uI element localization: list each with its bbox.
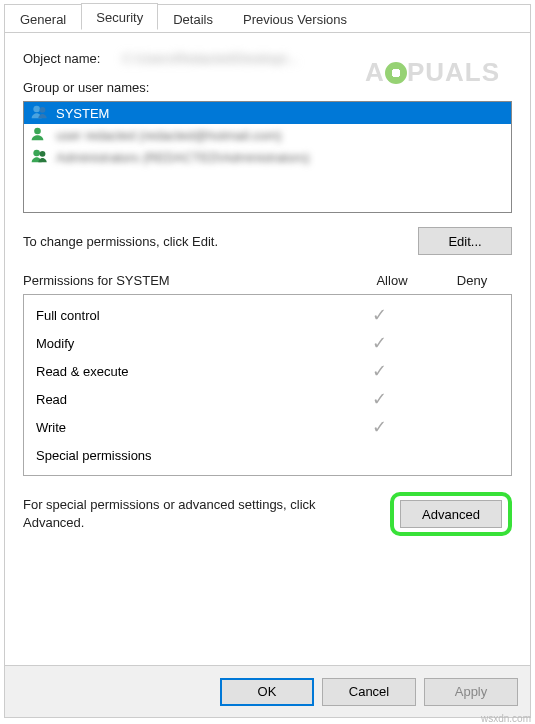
permission-row: Read ✓	[24, 385, 511, 413]
group-users-listbox[interactable]: SYSTEM user redacted (redacted@hotmail.c…	[23, 101, 512, 213]
svg-point-1	[40, 107, 46, 113]
user-icon	[30, 126, 50, 144]
permissions-header: Permissions for SYSTEM Allow Deny	[23, 273, 512, 288]
permissions-listbox: Full control ✓ Modify ✓ Read & execute ✓…	[23, 294, 512, 476]
permission-row: Write ✓	[24, 413, 511, 441]
users-icon	[30, 148, 50, 166]
svg-point-3	[33, 150, 40, 157]
permission-row: Special permissions	[24, 441, 511, 469]
permission-name: Modify	[36, 336, 339, 351]
advanced-button[interactable]: Advanced	[400, 500, 502, 528]
users-icon	[30, 104, 50, 122]
permission-row: Full control ✓	[24, 301, 511, 329]
object-name-label: Object name:	[23, 51, 100, 66]
apply-button: Apply	[424, 678, 518, 706]
tab-details[interactable]: Details	[158, 6, 228, 33]
svg-point-2	[34, 128, 41, 135]
permission-row: Read & execute ✓	[24, 357, 511, 385]
allow-check-icon: ✓	[339, 416, 419, 438]
allow-check-icon: ✓	[339, 332, 419, 354]
edit-row: To change permissions, click Edit. Edit.…	[23, 227, 512, 255]
ok-button[interactable]: OK	[220, 678, 314, 706]
deny-column-header: Deny	[432, 273, 512, 288]
list-item-system[interactable]: SYSTEM	[24, 102, 511, 124]
properties-dialog: General Security Details Previous Versio…	[4, 4, 531, 718]
edit-button[interactable]: Edit...	[418, 227, 512, 255]
appuals-logo-icon	[385, 62, 407, 84]
advanced-highlight: Advanced	[390, 492, 512, 536]
tab-general[interactable]: General	[5, 6, 81, 33]
watermark-logo: APUALS	[365, 57, 500, 88]
permission-name: Special permissions	[36, 448, 339, 463]
list-item-label: SYSTEM	[56, 106, 109, 121]
permission-name: Write	[36, 420, 339, 435]
dialog-button-bar: OK Cancel Apply	[5, 665, 530, 717]
list-item-label: Administrators (REDACTED\Administrators)	[56, 150, 310, 165]
advanced-row: For special permissions or advanced sett…	[23, 492, 512, 536]
svg-point-0	[33, 106, 40, 113]
advanced-hint-label: For special permissions or advanced sett…	[23, 496, 378, 532]
list-item-label: user redacted (redacted@hotmail.com)	[56, 128, 282, 143]
permission-name: Read & execute	[36, 364, 339, 379]
svg-point-4	[40, 151, 46, 157]
permission-name: Full control	[36, 308, 339, 323]
allow-check-icon: ✓	[339, 304, 419, 326]
permission-name: Read	[36, 392, 339, 407]
object-name-value: C:\Users\Redacted\Desktop\...	[122, 51, 298, 66]
edit-hint-label: To change permissions, click Edit.	[23, 234, 408, 249]
allow-check-icon: ✓	[339, 388, 419, 410]
allow-column-header: Allow	[352, 273, 432, 288]
permissions-for-label: Permissions for SYSTEM	[23, 273, 352, 288]
tab-security[interactable]: Security	[81, 3, 158, 30]
tab-previous-versions[interactable]: Previous Versions	[228, 6, 362, 33]
source-watermark: wsxdn.com	[481, 713, 531, 724]
cancel-button[interactable]: Cancel	[322, 678, 416, 706]
permission-row: Modify ✓	[24, 329, 511, 357]
list-item-administrators[interactable]: Administrators (REDACTED\Administrators)	[24, 146, 511, 168]
allow-check-icon: ✓	[339, 360, 419, 382]
security-tab-content: Object name: C:\Users\Redacted\Desktop\.…	[5, 33, 530, 544]
list-item-user[interactable]: user redacted (redacted@hotmail.com)	[24, 124, 511, 146]
tab-strip: General Security Details Previous Versio…	[5, 5, 530, 33]
